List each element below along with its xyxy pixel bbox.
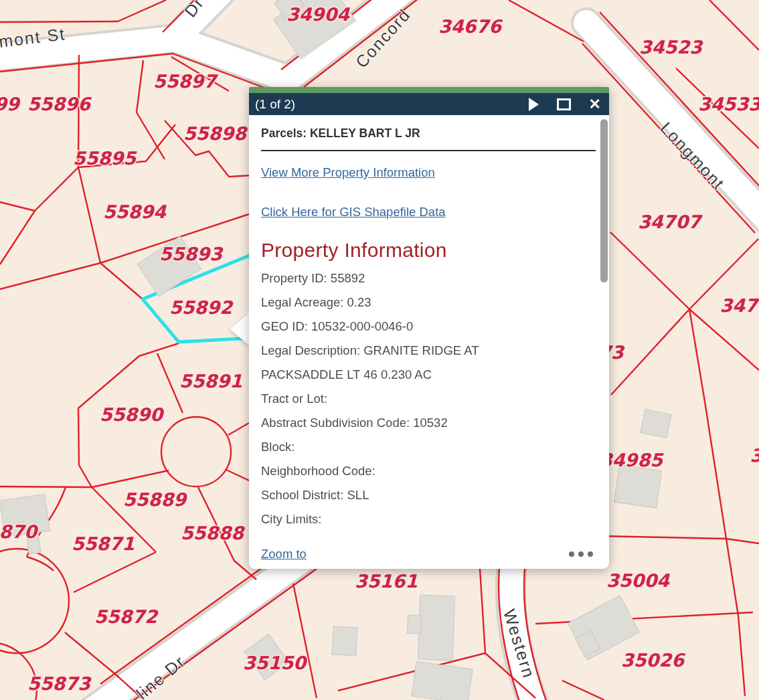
property-fields: Property ID: 55892Legal Acreage: 0.23GEO… <box>261 266 549 531</box>
popup-pointer <box>230 312 250 347</box>
parcel-label-55873: 55873 <box>27 673 92 694</box>
parcel-label-55893: 55893 <box>159 244 224 264</box>
property-field: School District: SLL <box>261 483 549 507</box>
parcel-label-3: 3 <box>750 445 759 466</box>
parcel-label-55892: 55892 <box>169 297 234 318</box>
map-stage: mont StDrConcordLongmontWesternline Dr 3… <box>0 0 759 700</box>
property-field: Property ID: 55892 <box>261 266 549 290</box>
maximize-icon[interactable] <box>557 98 571 110</box>
property-information-heading: Property Information <box>261 239 596 262</box>
popup-accent-strip <box>249 87 609 93</box>
property-field: Block: <box>261 435 549 459</box>
property-field: Tract or Lot: <box>261 387 549 411</box>
popup-footer: Zoom to <box>261 547 594 561</box>
parcel-label-55890: 55890 <box>100 404 165 425</box>
parcel-label-34985: 34985 <box>600 450 664 470</box>
parcel-label-55895: 55895 <box>73 148 137 169</box>
property-field: Abstract Subdivision Code: 10532 <box>261 411 549 435</box>
property-field: Legal Description: GRANITE RIDGE AT PACK… <box>261 339 549 387</box>
parcel-label-55871: 55871 <box>72 533 135 554</box>
parcel-label-3472: 3472 <box>720 295 759 316</box>
parcel-label-34904: 34904 <box>286 4 350 25</box>
parcel-label-55894: 55894 <box>103 201 167 222</box>
parcel-label-55896: 55896 <box>27 94 92 114</box>
next-feature-icon[interactable] <box>529 98 539 111</box>
parcel-label-55898: 55898 <box>183 123 248 144</box>
parcel-label-34523: 34523 <box>639 37 703 58</box>
parcel-label-99: 99 <box>0 94 21 114</box>
parcel-label-55870: 55870 <box>0 521 39 542</box>
parcel-label-35026: 35026 <box>621 650 685 671</box>
parcel-label-35161: 35161 <box>355 571 418 592</box>
popup-title: Parcels: KELLEY BART L JR <box>261 126 596 141</box>
parcel-label-34707: 34707 <box>638 211 703 232</box>
property-field: Neighborhood Code: <box>261 459 549 483</box>
identify-popup: (1 of 2) ✕ Parcels: KELLEY BART L JR Vie… <box>249 87 609 569</box>
parcel-label-35150: 35150 <box>243 652 308 673</box>
popup-body: Parcels: KELLEY BART L JR View More Prop… <box>249 115 609 569</box>
close-icon[interactable]: ✕ <box>589 98 601 111</box>
parcel-label-55872: 55872 <box>94 606 159 627</box>
parcel-label-55897: 55897 <box>153 71 218 92</box>
parcel-label-35004: 35004 <box>606 570 670 591</box>
popup-header: (1 of 2) ✕ <box>249 93 609 115</box>
parcel-label-34533: 34533 <box>698 94 759 114</box>
more-options-button[interactable] <box>568 549 594 559</box>
property-field: GEO ID: 10532-000-0046-0 <box>261 315 549 339</box>
popup-divider <box>261 150 596 151</box>
parcel-label-34676: 34676 <box>438 16 503 37</box>
ellipsis-icon <box>569 551 574 557</box>
parcel-label-55888: 55888 <box>181 523 246 543</box>
zoom-to-link[interactable]: Zoom to <box>261 547 307 561</box>
popup-header-icons: ✕ <box>529 98 601 111</box>
popup-scrollbar-thumb[interactable] <box>600 119 608 282</box>
gis-shapefile-link[interactable]: Click Here for GIS Shapefile Data <box>261 205 446 220</box>
parcel-label-55889: 55889 <box>123 489 187 510</box>
popup-pagination: (1 of 2) <box>255 97 529 112</box>
parcel-label-55891: 55891 <box>179 371 242 391</box>
property-field: City Limits: <box>261 507 549 531</box>
view-more-property-link[interactable]: View More Property Information <box>261 165 435 180</box>
property-field: Legal Acreage: 0.23 <box>261 290 549 315</box>
